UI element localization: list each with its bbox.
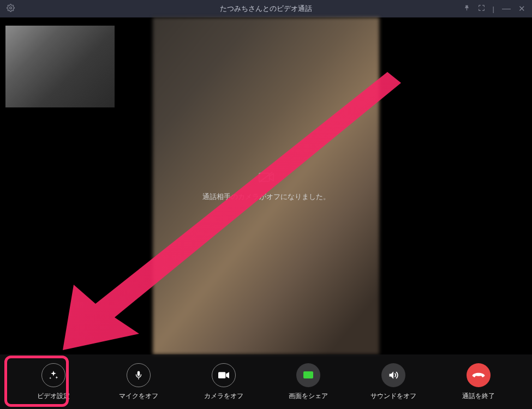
video-settings-button[interactable]: ビデオ設定 xyxy=(21,363,86,401)
self-video-preview[interactable] xyxy=(5,26,115,107)
svg-rect-1 xyxy=(259,173,269,181)
camera-off-message: 通話相手のカメラがオフになりました。 xyxy=(202,192,330,202)
svg-rect-4 xyxy=(218,372,225,378)
screen-share-button[interactable]: 画面をシェア xyxy=(276,363,341,401)
fullscreen-icon[interactable] xyxy=(478,4,485,13)
camera-off-icon xyxy=(258,171,274,185)
svg-line-2 xyxy=(259,172,272,182)
camera-toggle-label: カメラをオフ xyxy=(204,392,243,401)
screen-share-label: 画面をシェア xyxy=(289,392,328,401)
screen-share-icon xyxy=(296,363,320,387)
hangup-icon xyxy=(467,363,491,387)
end-call-button[interactable]: 通話を終了 xyxy=(446,363,511,401)
video-settings-label: ビデオ設定 xyxy=(37,392,70,401)
divider: | xyxy=(493,5,494,13)
video-call-area: 通話相手のカメラがオフになりました。 xyxy=(0,17,532,354)
mic-toggle-label: マイクをオフ xyxy=(119,392,158,401)
camera-toggle-button[interactable]: カメラをオフ xyxy=(191,363,256,401)
mic-toggle-button[interactable]: マイクをオフ xyxy=(106,363,171,401)
microphone-icon xyxy=(127,363,151,387)
sparkle-icon xyxy=(41,363,65,387)
minimize-icon[interactable]: — xyxy=(502,7,511,11)
titlebar: たつみちさんとのビデオ通話 | — ✕ xyxy=(0,0,532,17)
sound-toggle-button[interactable]: サウンドをオフ xyxy=(361,363,426,401)
end-call-label: 通話を終了 xyxy=(462,392,495,401)
settings-gear-icon[interactable] xyxy=(7,4,15,14)
remote-video-overlay: 通話相手のカメラがオフになりました。 xyxy=(153,17,379,354)
titlebar-left xyxy=(7,4,15,14)
close-icon[interactable]: ✕ xyxy=(518,4,525,14)
titlebar-right: | — ✕ xyxy=(463,4,525,14)
call-toolbar: ビデオ設定 マイクをオフ カメラをオフ 画面をシェア xyxy=(0,354,532,409)
speaker-icon xyxy=(381,363,405,387)
camera-icon xyxy=(212,363,236,387)
sound-toggle-label: サウンドをオフ xyxy=(370,392,416,401)
window-title: たつみちさんとのビデオ通話 xyxy=(220,4,312,14)
svg-point-0 xyxy=(10,7,12,9)
pin-icon[interactable] xyxy=(463,4,470,13)
